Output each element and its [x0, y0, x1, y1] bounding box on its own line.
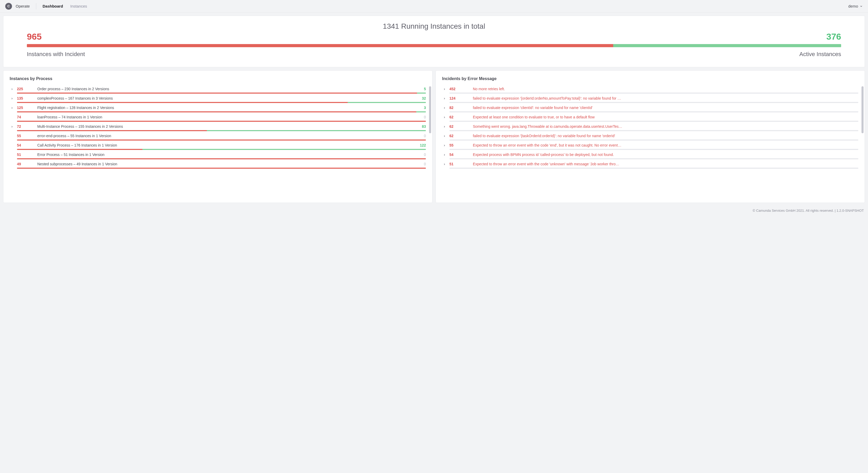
incident-count[interactable]: 965	[27, 32, 42, 41]
incident-count[interactable]: 62	[450, 124, 470, 129]
process-incident-count[interactable]: 55	[17, 134, 37, 138]
nav-instances[interactable]: Instances	[70, 4, 87, 8]
process-label[interactable]: complexProcess – 167 Instances in 3 Vers…	[37, 96, 419, 100]
process-label[interactable]: loanProcess – 74 Instances in 1 Version	[37, 115, 421, 119]
process-row[interactable]: 72Multi-Instance Process – 155 Instances…	[10, 123, 426, 132]
process-active-count[interactable]: 32	[422, 96, 426, 100]
incident-count[interactable]: 55	[450, 143, 470, 147]
incident-message[interactable]: Expected to throw an error event with th…	[473, 143, 858, 147]
process-active-count[interactable]: 83	[422, 124, 426, 129]
incident-count[interactable]: 51	[450, 162, 470, 166]
expand-toggle[interactable]	[442, 105, 447, 109]
process-active-count[interactable]: 5	[424, 87, 426, 91]
incident-count[interactable]: 452	[450, 87, 470, 91]
scrollbar[interactable]	[429, 86, 431, 133]
incident-message[interactable]: Expected at least one condition to evalu…	[473, 115, 858, 119]
process-incident-count[interactable]: 74	[17, 115, 37, 119]
expand-toggle[interactable]	[442, 87, 447, 91]
incident-message[interactable]: Something went wrong. java.lang.Throwabl…	[473, 124, 858, 129]
process-active-count[interactable]: 0	[424, 115, 426, 119]
process-row-body: 55error-end-process – 55 Instances in 1 …	[17, 134, 426, 140]
process-row-top: 125Flight registration – 128 Instances i…	[17, 105, 426, 110]
process-label[interactable]: Order process – 230 Instances in 2 Versi…	[37, 87, 421, 91]
process-row[interactable]: 135complexProcess – 167 Instances in 3 V…	[10, 95, 426, 104]
process-label[interactable]: Flight registration – 128 Instances in 2…	[37, 105, 421, 110]
process-incident-count[interactable]: 72	[17, 124, 37, 129]
expand-toggle[interactable]	[10, 105, 14, 109]
incident-count[interactable]: 54	[450, 153, 470, 157]
incident-row[interactable]: 62Expected at least one condition to eva…	[442, 114, 858, 123]
incident-row[interactable]: 55Expected to throw an error event with …	[442, 141, 858, 151]
incident-row[interactable]: 82failed to evaluate expression 'clientI…	[442, 104, 858, 114]
nav-dashboard[interactable]: Dashboard	[42, 4, 63, 8]
process-incident-count[interactable]: 135	[17, 96, 37, 100]
incident-bar-underline	[450, 111, 858, 113]
active-count[interactable]: 376	[826, 32, 841, 41]
user-menu[interactable]: demo	[848, 4, 863, 8]
process-row[interactable]: 225Order process – 230 Instances in 2 Ve…	[10, 85, 426, 95]
incident-count[interactable]: 62	[450, 134, 470, 138]
expand-toggle[interactable]	[442, 153, 447, 156]
process-incident-count[interactable]: 125	[17, 105, 37, 110]
incident-row[interactable]: 54Expected process with BPMN process id …	[442, 151, 858, 160]
process-row[interactable]: 125Flight registration – 128 Instances i…	[10, 104, 426, 114]
expand-toggle[interactable]	[442, 115, 447, 119]
incident-count[interactable]: 124	[450, 96, 470, 100]
process-row[interactable]: 74loanProcess – 74 Instances in 1 Versio…	[10, 114, 426, 123]
expand-toggle[interactable]	[442, 124, 447, 128]
incident-message[interactable]: failed to evaluate expression '{taskOrde…	[473, 134, 858, 138]
process-label[interactable]: Error Process – 51 Instances in 1 Versio…	[37, 153, 421, 157]
expand-toggle[interactable]	[442, 134, 447, 137]
incident-row-top: 55Expected to throw an error event with …	[450, 143, 858, 147]
incident-row[interactable]: 51Expected to throw an error event with …	[442, 160, 858, 170]
incident-count[interactable]: 82	[450, 105, 470, 110]
incident-message[interactable]: failed to evaluate expression 'clientId'…	[473, 105, 858, 110]
process-label[interactable]: error-end-process – 55 Instances in 1 Ve…	[37, 134, 421, 138]
process-bar-incident	[17, 130, 207, 131]
process-bar-active	[143, 149, 426, 150]
process-active-count[interactable]: 0	[424, 153, 426, 157]
expand-toggle[interactable]	[10, 124, 14, 128]
process-row[interactable]: 54Call Activity Process – 176 Instances …	[10, 141, 426, 151]
summary-bar-incident[interactable]	[27, 44, 613, 47]
expand-toggle[interactable]	[10, 87, 14, 91]
process-label[interactable]: Multi-Instance Process – 155 Instances i…	[37, 124, 419, 129]
process-row[interactable]: 49Nested subprocesses – 49 Instances in …	[10, 160, 426, 170]
process-label[interactable]: Call Activity Process – 176 Instances in…	[37, 143, 417, 147]
process-row[interactable]: 51Error Process – 51 Instances in 1 Vers…	[10, 151, 426, 160]
incident-message[interactable]: Expected to throw an error event with th…	[473, 162, 858, 166]
process-incident-count[interactable]: 49	[17, 162, 37, 166]
incident-bar	[450, 168, 858, 169]
process-label[interactable]: Nested subprocesses – 49 Instances in 1 …	[37, 162, 421, 166]
expand-toggle[interactable]	[442, 143, 447, 147]
incident-message[interactable]: Expected process with BPMN process id 'c…	[473, 153, 858, 157]
expand-toggle[interactable]	[442, 162, 447, 165]
incident-row[interactable]: 124failed to evaluate expression '{order…	[442, 95, 858, 104]
logo-icon: C	[5, 3, 12, 10]
process-row-body: 135complexProcess – 167 Instances in 3 V…	[17, 96, 426, 103]
process-incident-count[interactable]: 51	[17, 153, 37, 157]
process-row-body: 49Nested subprocesses – 49 Instances in …	[17, 162, 426, 169]
incident-row[interactable]: 62Something went wrong. java.lang.Throwa…	[442, 123, 858, 132]
incident-row[interactable]: 62failed to evaluate expression '{taskOr…	[442, 132, 858, 141]
process-bar	[17, 168, 426, 169]
incident-message[interactable]: failed to evaluate expression '{orderId:…	[473, 96, 858, 100]
incident-row-body: 124failed to evaluate expression '{order…	[450, 96, 858, 103]
process-incident-count[interactable]: 54	[17, 143, 37, 147]
process-active-count[interactable]: 122	[420, 143, 426, 147]
summary-bar-active[interactable]	[613, 44, 841, 47]
process-active-count[interactable]: 0	[424, 162, 426, 166]
process-active-count[interactable]: 0	[424, 134, 426, 138]
incident-count[interactable]: 62	[450, 115, 470, 119]
incident-row-body: 54Expected process with BPMN process id …	[450, 153, 858, 159]
scrollbar[interactable]	[862, 86, 864, 133]
process-row[interactable]: 55error-end-process – 55 Instances in 1 …	[10, 132, 426, 141]
incident-bar-underline	[450, 121, 858, 122]
process-incident-count[interactable]: 225	[17, 87, 37, 91]
incident-row[interactable]: 452No more retries left.	[442, 85, 858, 95]
process-active-count[interactable]: 3	[424, 105, 426, 110]
incident-message[interactable]: No more retries left.	[473, 87, 858, 91]
process-bar-incident	[17, 121, 426, 122]
expand-toggle[interactable]	[10, 96, 14, 100]
expand-toggle[interactable]	[442, 96, 447, 100]
